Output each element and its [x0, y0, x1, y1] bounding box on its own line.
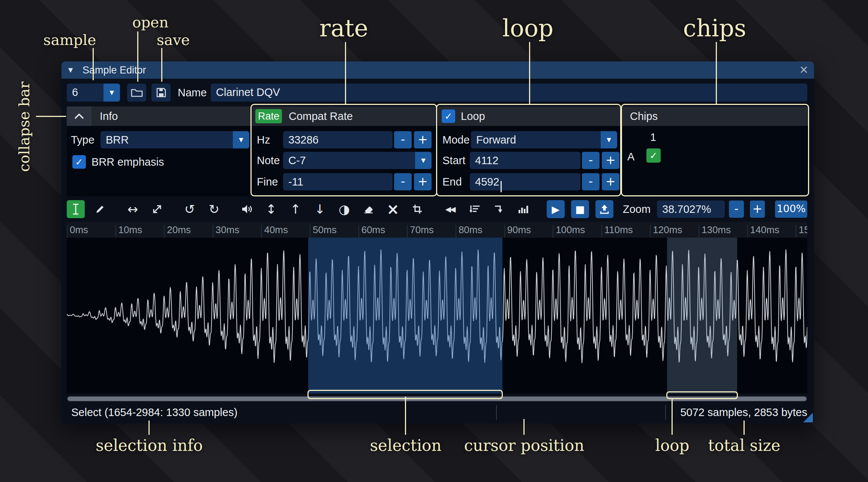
annotation-loop-bottom: loop [655, 436, 690, 455]
compat-rate-label: Compat Rate [289, 106, 353, 126]
loop-start-label: Start [442, 152, 465, 169]
loop-end-input[interactable]: 4592 [470, 173, 580, 190]
close-icon[interactable]: × [800, 61, 808, 78]
open-sample-button[interactable] [127, 84, 146, 102]
annotation-selection: selection [370, 436, 442, 455]
loop-panel: ✓ Loop Mode Forward ▼ Start 4112 - + End… [438, 106, 621, 196]
ruler-tick [747, 225, 748, 238]
upload-to-chip-button[interactable] [595, 200, 613, 218]
ruler-label: 10ms [118, 224, 142, 236]
annotation-save: save [157, 31, 190, 48]
fine-input[interactable]: -11 [283, 173, 393, 190]
selection-region[interactable] [308, 238, 502, 394]
preview-play-button[interactable]: ▶ [547, 200, 565, 218]
chevron-down-icon[interactable]: ▼ [233, 131, 249, 148]
note-dropdown-value: C-7 [288, 152, 306, 169]
loop-mode-dropdown[interactable]: Forward ▼ [471, 131, 617, 148]
loop-start-input[interactable]: 4112 [470, 152, 580, 169]
fade-in-button[interactable]: ↑ [286, 200, 304, 218]
window-titlebar[interactable]: ▼ Sample Editor × [61, 61, 814, 79]
annotation-sample: sample [43, 31, 96, 48]
loop-end-decrement-button[interactable]: - [582, 173, 600, 190]
zoom-reset-button[interactable]: 100% [775, 201, 807, 218]
trim-button[interactable] [408, 200, 426, 218]
hz-input-value: 33286 [283, 131, 393, 148]
rate-panel: Rate Compat Rate Hz 33286 - + Note C-7 ▼… [252, 106, 436, 196]
loop-start-decrement-button[interactable]: - [582, 152, 600, 169]
zoom-out-button[interactable]: - [729, 201, 744, 218]
scrollbar-thumb[interactable] [67, 397, 807, 401]
ruler-label: 40ms [264, 224, 288, 236]
amplify-button[interactable] [238, 200, 256, 218]
normalize-button[interactable]: ↕ [262, 200, 280, 218]
hz-increment-button[interactable]: + [414, 131, 432, 148]
reverse-button[interactable]: ◀◀ [441, 200, 459, 218]
brr-emphasis-checkbox[interactable]: ✓ [72, 155, 86, 169]
ruler-label: 120ms [653, 224, 682, 236]
zoom-in-button[interactable]: + [750, 201, 765, 218]
delete-button[interactable]: × [384, 200, 402, 218]
hz-decrement-button[interactable]: - [394, 131, 412, 148]
loop-mode-value: Forward [476, 131, 516, 148]
timeline-ruler[interactable]: 0ms10ms20ms30ms40ms50ms60ms70ms80ms90ms1… [67, 222, 807, 238]
loop-region[interactable] [667, 238, 737, 394]
type-label: Type [71, 131, 94, 148]
chips-panel: Chips 1 A ✓ [622, 106, 808, 196]
ruler-label: 110ms [604, 224, 633, 236]
loop-start-increment-button[interactable]: + [602, 152, 619, 169]
horizontal-scrollbar[interactable] [67, 396, 807, 402]
chevron-down-icon[interactable]: ▼ [415, 152, 432, 169]
fine-label: Fine [257, 173, 278, 190]
preview-stop-button[interactable]: ■ [571, 200, 589, 218]
waveform-display[interactable] [67, 238, 807, 394]
sample-selector[interactable]: 6 ▼ [67, 84, 120, 102]
fade-out-button[interactable]: ↓ [311, 200, 329, 218]
loop-enable-checkbox[interactable]: ✓ [442, 109, 455, 123]
fine-increment-button[interactable]: + [414, 173, 432, 190]
chevron-down-icon[interactable]: ▼ [103, 84, 120, 102]
loop-panel-header: ✓ Loop [438, 106, 621, 126]
annotation-loop: loop [502, 15, 553, 42]
undo-button[interactable]: ↺ [181, 200, 199, 218]
invert-button[interactable]: ◑ [335, 200, 353, 218]
resample-button[interactable] [148, 200, 166, 218]
save-sample-button[interactable] [151, 84, 171, 102]
silence-button[interactable] [360, 200, 378, 218]
chevron-up-icon [74, 113, 84, 119]
type-dropdown[interactable]: BRR ▼ [100, 131, 249, 148]
edit-select-tool-button[interactable] [67, 200, 85, 218]
annotation-total-size: total size [708, 436, 781, 455]
hz-input[interactable]: 33286 [283, 131, 393, 148]
redo-button[interactable]: ↻ [205, 200, 223, 218]
ruler-tick [407, 225, 408, 238]
rate-toggle-button[interactable]: Rate [255, 109, 282, 123]
apply-filter-button[interactable] [514, 200, 532, 218]
status-divider [496, 405, 497, 420]
status-bar: Select (1654-2984: 1330 samples) 5072 sa… [61, 402, 814, 424]
ruler-tick [699, 225, 699, 238]
ruler-label: 150ms [799, 224, 807, 236]
name-input[interactable]: Clarinet DQV [211, 84, 807, 102]
ruler-label: 60ms [361, 224, 385, 236]
ruler-tick [261, 225, 262, 238]
chip-a-enable-checkbox[interactable]: ✓ [646, 148, 661, 163]
chevron-down-icon[interactable]: ▼ [601, 131, 617, 148]
desktop-background: ▼ Sample Editor × 6 ▼ Name Clarinet DQV [0, 0, 868, 482]
note-dropdown[interactable]: C-7 ▼ [283, 152, 432, 169]
window-resize-grip[interactable] [803, 413, 813, 422]
optimize-button[interactable] [465, 200, 483, 218]
insert-button[interactable] [490, 200, 508, 218]
fine-decrement-button[interactable]: - [394, 173, 412, 190]
ibeam-cursor-icon [70, 203, 81, 215]
loop-end-increment-button[interactable]: + [602, 173, 619, 190]
window-title: Sample Editor [82, 61, 146, 79]
draw-tool-button[interactable] [91, 200, 109, 218]
resize-button[interactable]: ↔ [124, 200, 142, 218]
annotation-rate: rate [319, 15, 368, 42]
ruler-tick [164, 225, 165, 238]
sort-lines-icon [469, 204, 480, 214]
collapse-bar-button[interactable] [67, 106, 91, 126]
zoom-input[interactable]: 38.7027% [657, 201, 725, 218]
window-collapse-icon[interactable]: ▼ [68, 61, 73, 79]
ruler-tick [796, 225, 796, 238]
